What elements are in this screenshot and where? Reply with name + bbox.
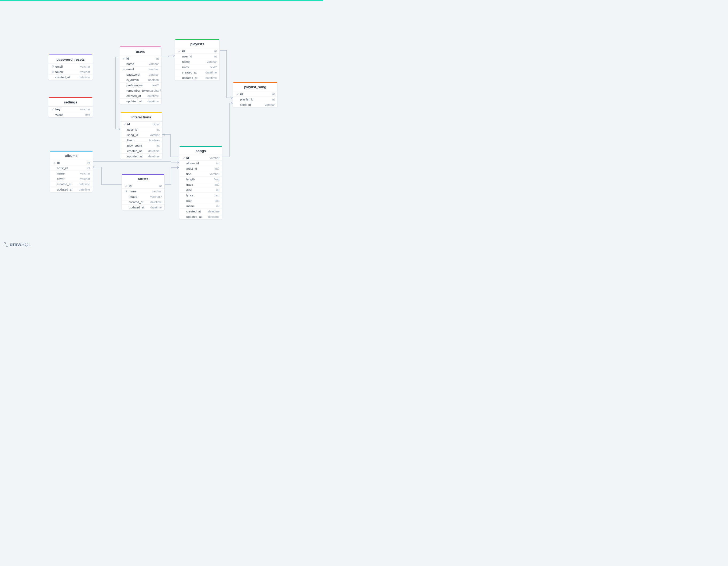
column-row[interactable]: updated_atdatetime xyxy=(175,75,219,80)
column-type: varchar xyxy=(80,65,90,68)
table-title[interactable]: albums xyxy=(50,152,93,160)
column-type: int xyxy=(156,144,160,147)
column-row[interactable]: keyvarchar xyxy=(48,107,93,112)
snow-icon xyxy=(122,68,126,71)
column-row[interactable]: user_idint xyxy=(120,127,162,132)
column-type: text xyxy=(85,113,90,116)
table-title[interactable]: users xyxy=(119,47,161,56)
column-row[interactable]: created_atdatetime xyxy=(48,75,93,80)
column-row[interactable]: idint xyxy=(233,91,277,97)
column-type: datetime xyxy=(206,71,217,74)
column-row[interactable]: covervarchar xyxy=(50,176,93,181)
column-type: int xyxy=(87,161,90,164)
column-type: varchar xyxy=(149,73,159,76)
column-type: text? xyxy=(210,65,217,69)
column-row[interactable]: user_idint xyxy=(175,54,219,59)
column-row[interactable]: playlist_idint xyxy=(233,97,277,102)
column-name: name xyxy=(126,62,149,65)
column-name: created_at xyxy=(126,94,148,98)
column-type: bigint xyxy=(153,123,160,126)
column-row[interactable]: pathtext xyxy=(179,198,222,203)
table-title[interactable]: playlists xyxy=(175,40,219,48)
table-title[interactable]: songs xyxy=(179,147,222,155)
column-row[interactable]: idint xyxy=(50,160,93,165)
column-row[interactable]: emailvarchar xyxy=(48,64,93,69)
column-row[interactable]: created_atdatetime xyxy=(179,209,222,214)
svg-line-22 xyxy=(55,162,55,162)
table-title[interactable]: artists xyxy=(122,175,164,183)
column-row[interactable]: preferencestext? xyxy=(119,83,161,88)
column-row[interactable]: updated_atdatetime xyxy=(50,187,93,192)
column-row[interactable]: remember_tokenvarchar? xyxy=(119,88,161,93)
column-row[interactable]: tokenvarchar xyxy=(48,69,93,75)
column-type: varchar xyxy=(207,60,217,63)
column-row[interactable]: artist_idint? xyxy=(179,166,222,171)
column-name: email xyxy=(126,68,149,71)
brand-watermark: drawSQL xyxy=(4,242,31,247)
column-row[interactable]: is_adminboolean xyxy=(119,77,161,83)
column-row[interactable]: rulestext? xyxy=(175,64,219,70)
table-songs[interactable]: songsidvarcharalbum_idintartist_idint?ti… xyxy=(179,146,222,220)
table-title[interactable]: playlist_song xyxy=(233,83,277,91)
column-row[interactable]: play_countint xyxy=(120,143,162,148)
column-type: varchar xyxy=(80,70,90,73)
table-interactions[interactable]: interactionsidbigintuser_idintsong_idvar… xyxy=(120,112,162,159)
column-name: path xyxy=(186,199,215,202)
table-artists[interactable]: artistsidintnamevarcharimagevarchar?crea… xyxy=(122,174,165,210)
column-row[interactable]: idvarchar xyxy=(179,155,222,161)
pin-icon xyxy=(51,65,55,68)
column-row[interactable]: updated_atdatetime xyxy=(120,154,162,159)
column-row[interactable]: passwordvarchar xyxy=(119,72,161,77)
column-row[interactable]: idint xyxy=(175,48,219,54)
column-row[interactable]: discint xyxy=(179,187,222,193)
table-playlists[interactable]: playlistsidintuser_idintnamevarcharrules… xyxy=(175,39,220,81)
column-row[interactable]: imagevarchar? xyxy=(122,194,164,199)
column-row[interactable]: trackint? xyxy=(179,182,222,187)
column-name: id xyxy=(56,161,87,164)
column-row[interactable]: created_atdatetime xyxy=(119,93,161,99)
column-row[interactable]: song_idvarchar xyxy=(120,132,162,138)
column-row[interactable]: created_atdatetime xyxy=(50,181,93,187)
column-row[interactable]: namevarchar xyxy=(119,61,161,67)
column-row[interactable]: artist_idint xyxy=(50,165,93,171)
column-row[interactable]: lyricstext xyxy=(179,193,222,198)
table-password_resets[interactable]: password_resetsemailvarchartokenvarcharc… xyxy=(48,54,93,80)
column-row[interactable]: lengthfloat xyxy=(179,177,222,182)
column-name: id xyxy=(239,92,272,96)
column-row[interactable]: updated_atdatetime xyxy=(122,205,164,210)
svg-point-1 xyxy=(53,71,53,72)
column-row[interactable]: titlevarchar xyxy=(179,171,222,177)
svg-point-0 xyxy=(53,66,53,66)
column-name: liked xyxy=(127,139,149,142)
column-type: int xyxy=(216,204,219,208)
column-row[interactable]: likedboolean xyxy=(120,138,162,143)
erd-canvas[interactable]: password_resetsemailvarchartokenvarcharc… xyxy=(0,1,323,251)
column-name: created_at xyxy=(56,183,79,186)
column-row[interactable]: idint xyxy=(122,183,164,189)
table-users[interactable]: usersidintnamevarcharemailvarcharpasswor… xyxy=(119,46,162,104)
table-title[interactable]: settings xyxy=(48,98,93,107)
column-type: datetime xyxy=(208,215,219,218)
column-row[interactable]: updated_atdatetime xyxy=(179,214,222,219)
column-name: name xyxy=(128,190,152,193)
column-row[interactable]: created_atdatetime xyxy=(122,199,164,205)
column-row[interactable]: idint xyxy=(119,56,161,61)
column-row[interactable]: song_idvarchar xyxy=(233,102,277,107)
column-row[interactable]: emailvarchar xyxy=(119,67,161,72)
column-row[interactable]: idbigint xyxy=(120,122,162,127)
column-row[interactable]: namevarchar xyxy=(50,171,93,176)
table-settings[interactable]: settingskeyvarcharvaluetext xyxy=(48,97,93,118)
table-playlist_song[interactable]: playlist_songidintplaylist_idintsong_idv… xyxy=(233,82,278,108)
column-name: image xyxy=(128,195,150,198)
column-row[interactable]: mtimeint xyxy=(179,203,222,209)
column-row[interactable]: namevarchar xyxy=(175,59,219,64)
column-row[interactable]: created_atdatetime xyxy=(175,70,219,75)
column-row[interactable]: created_atdatetime xyxy=(120,148,162,154)
column-row[interactable]: album_idint xyxy=(179,161,222,166)
column-row[interactable]: namevarchar xyxy=(122,189,164,194)
column-row[interactable]: valuetext xyxy=(48,112,93,117)
table-albums[interactable]: albumsidintartist_idintnamevarcharcoverv… xyxy=(50,150,93,192)
table-title[interactable]: interactions xyxy=(120,113,162,122)
column-row[interactable]: updated_atdatetime xyxy=(119,99,161,104)
table-title[interactable]: password_resets xyxy=(48,55,93,64)
